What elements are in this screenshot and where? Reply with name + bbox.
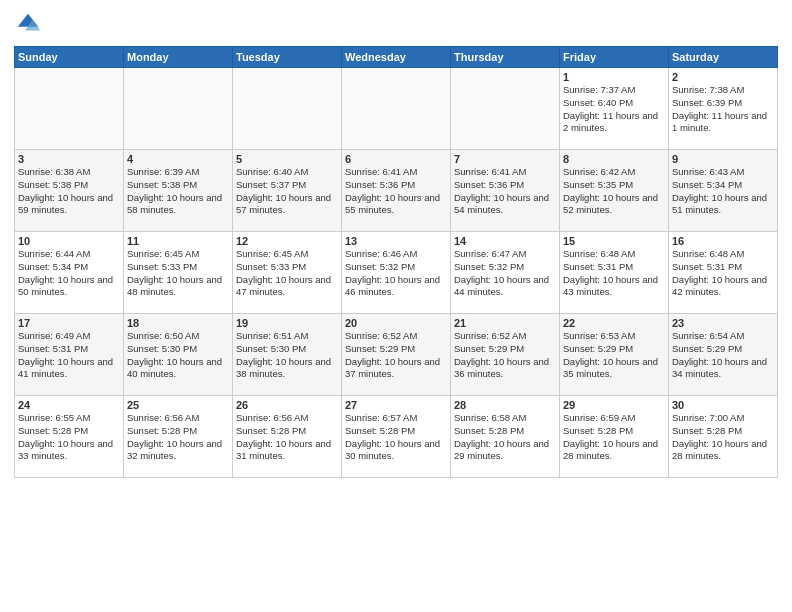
day-info: Sunset: 5:38 PM — [127, 179, 229, 192]
day-info: Daylight: 10 hours and 33 minutes. — [18, 438, 120, 464]
day-info: Sunrise: 6:43 AM — [672, 166, 774, 179]
day-info: Sunrise: 7:37 AM — [563, 84, 665, 97]
day-info: Sunset: 5:34 PM — [672, 179, 774, 192]
day-info: Daylight: 10 hours and 48 minutes. — [127, 274, 229, 300]
day-number: 2 — [672, 71, 774, 83]
day-info: Sunset: 5:29 PM — [345, 343, 447, 356]
calendar-week-1: 1Sunrise: 7:37 AMSunset: 6:40 PMDaylight… — [15, 68, 778, 150]
day-number: 16 — [672, 235, 774, 247]
day-info: Sunset: 5:36 PM — [454, 179, 556, 192]
day-info: Sunset: 5:32 PM — [345, 261, 447, 274]
day-info: Daylight: 10 hours and 34 minutes. — [672, 356, 774, 382]
day-number: 26 — [236, 399, 338, 411]
day-info: Daylight: 10 hours and 36 minutes. — [454, 356, 556, 382]
day-info: Daylight: 10 hours and 55 minutes. — [345, 192, 447, 218]
calendar-table: SundayMondayTuesdayWednesdayThursdayFrid… — [14, 46, 778, 478]
day-info: Sunrise: 6:39 AM — [127, 166, 229, 179]
calendar-cell: 4Sunrise: 6:39 AMSunset: 5:38 PMDaylight… — [124, 150, 233, 232]
calendar-cell: 25Sunrise: 6:56 AMSunset: 5:28 PMDayligh… — [124, 396, 233, 478]
day-number: 7 — [454, 153, 556, 165]
calendar-cell: 19Sunrise: 6:51 AMSunset: 5:30 PMDayligh… — [233, 314, 342, 396]
day-info: Sunrise: 7:00 AM — [672, 412, 774, 425]
day-info: Daylight: 10 hours and 37 minutes. — [345, 356, 447, 382]
day-info: Daylight: 10 hours and 42 minutes. — [672, 274, 774, 300]
day-info: Daylight: 10 hours and 47 minutes. — [236, 274, 338, 300]
day-info: Daylight: 10 hours and 28 minutes. — [672, 438, 774, 464]
day-info: Daylight: 10 hours and 29 minutes. — [454, 438, 556, 464]
day-info: Sunrise: 6:41 AM — [345, 166, 447, 179]
day-info: Sunrise: 6:59 AM — [563, 412, 665, 425]
calendar-cell: 8Sunrise: 6:42 AMSunset: 5:35 PMDaylight… — [560, 150, 669, 232]
day-info: Daylight: 10 hours and 28 minutes. — [563, 438, 665, 464]
day-info: Sunset: 5:31 PM — [18, 343, 120, 356]
calendar-cell: 1Sunrise: 7:37 AMSunset: 6:40 PMDaylight… — [560, 68, 669, 150]
day-info: Sunset: 5:28 PM — [18, 425, 120, 438]
day-info: Daylight: 10 hours and 50 minutes. — [18, 274, 120, 300]
calendar-cell: 9Sunrise: 6:43 AMSunset: 5:34 PMDaylight… — [669, 150, 778, 232]
day-info: Sunrise: 6:54 AM — [672, 330, 774, 343]
day-header-wednesday: Wednesday — [342, 47, 451, 68]
day-info: Sunset: 5:28 PM — [127, 425, 229, 438]
calendar-cell: 22Sunrise: 6:53 AMSunset: 5:29 PMDayligh… — [560, 314, 669, 396]
day-info: Sunset: 5:32 PM — [454, 261, 556, 274]
day-info: Daylight: 10 hours and 40 minutes. — [127, 356, 229, 382]
day-number: 22 — [563, 317, 665, 329]
day-info: Daylight: 10 hours and 44 minutes. — [454, 274, 556, 300]
day-number: 29 — [563, 399, 665, 411]
calendar-cell: 20Sunrise: 6:52 AMSunset: 5:29 PMDayligh… — [342, 314, 451, 396]
day-info: Sunrise: 6:45 AM — [236, 248, 338, 261]
day-info: Daylight: 10 hours and 32 minutes. — [127, 438, 229, 464]
calendar-cell: 3Sunrise: 6:38 AMSunset: 5:38 PMDaylight… — [15, 150, 124, 232]
day-info: Sunset: 5:29 PM — [563, 343, 665, 356]
calendar-week-4: 17Sunrise: 6:49 AMSunset: 5:31 PMDayligh… — [15, 314, 778, 396]
day-info: Sunrise: 6:55 AM — [18, 412, 120, 425]
day-number: 3 — [18, 153, 120, 165]
calendar-page: SundayMondayTuesdayWednesdayThursdayFrid… — [0, 0, 792, 612]
day-info: Sunrise: 6:56 AM — [236, 412, 338, 425]
day-number: 15 — [563, 235, 665, 247]
calendar-cell: 5Sunrise: 6:40 AMSunset: 5:37 PMDaylight… — [233, 150, 342, 232]
day-number: 28 — [454, 399, 556, 411]
day-info: Sunset: 5:31 PM — [672, 261, 774, 274]
calendar-cell: 30Sunrise: 7:00 AMSunset: 5:28 PMDayligh… — [669, 396, 778, 478]
day-info: Sunrise: 6:51 AM — [236, 330, 338, 343]
day-info: Sunset: 5:29 PM — [672, 343, 774, 356]
day-info: Sunset: 5:38 PM — [18, 179, 120, 192]
calendar-week-2: 3Sunrise: 6:38 AMSunset: 5:38 PMDaylight… — [15, 150, 778, 232]
calendar-cell: 10Sunrise: 6:44 AMSunset: 5:34 PMDayligh… — [15, 232, 124, 314]
day-info: Sunrise: 6:48 AM — [563, 248, 665, 261]
day-info: Sunrise: 6:50 AM — [127, 330, 229, 343]
day-info: Sunrise: 6:47 AM — [454, 248, 556, 261]
day-number: 12 — [236, 235, 338, 247]
day-info: Sunset: 5:34 PM — [18, 261, 120, 274]
day-number: 18 — [127, 317, 229, 329]
day-info: Sunrise: 6:49 AM — [18, 330, 120, 343]
day-info: Daylight: 10 hours and 38 minutes. — [236, 356, 338, 382]
day-info: Sunrise: 6:56 AM — [127, 412, 229, 425]
day-number: 19 — [236, 317, 338, 329]
calendar-cell: 27Sunrise: 6:57 AMSunset: 5:28 PMDayligh… — [342, 396, 451, 478]
day-number: 23 — [672, 317, 774, 329]
day-info: Sunrise: 6:58 AM — [454, 412, 556, 425]
day-number: 21 — [454, 317, 556, 329]
day-number: 17 — [18, 317, 120, 329]
day-info: Sunset: 5:33 PM — [127, 261, 229, 274]
calendar-cell: 13Sunrise: 6:46 AMSunset: 5:32 PMDayligh… — [342, 232, 451, 314]
calendar-cell: 26Sunrise: 6:56 AMSunset: 5:28 PMDayligh… — [233, 396, 342, 478]
day-number: 1 — [563, 71, 665, 83]
day-info: Daylight: 11 hours and 1 minute. — [672, 110, 774, 136]
day-number: 13 — [345, 235, 447, 247]
day-info: Daylight: 10 hours and 35 minutes. — [563, 356, 665, 382]
calendar-cell: 14Sunrise: 6:47 AMSunset: 5:32 PMDayligh… — [451, 232, 560, 314]
day-info: Sunrise: 6:40 AM — [236, 166, 338, 179]
day-number: 5 — [236, 153, 338, 165]
day-number: 25 — [127, 399, 229, 411]
day-header-thursday: Thursday — [451, 47, 560, 68]
day-info: Daylight: 10 hours and 46 minutes. — [345, 274, 447, 300]
day-header-tuesday: Tuesday — [233, 47, 342, 68]
day-info: Sunrise: 6:57 AM — [345, 412, 447, 425]
day-info: Sunset: 6:40 PM — [563, 97, 665, 110]
day-number: 14 — [454, 235, 556, 247]
day-info: Sunset: 5:36 PM — [345, 179, 447, 192]
day-info: Sunrise: 6:52 AM — [345, 330, 447, 343]
